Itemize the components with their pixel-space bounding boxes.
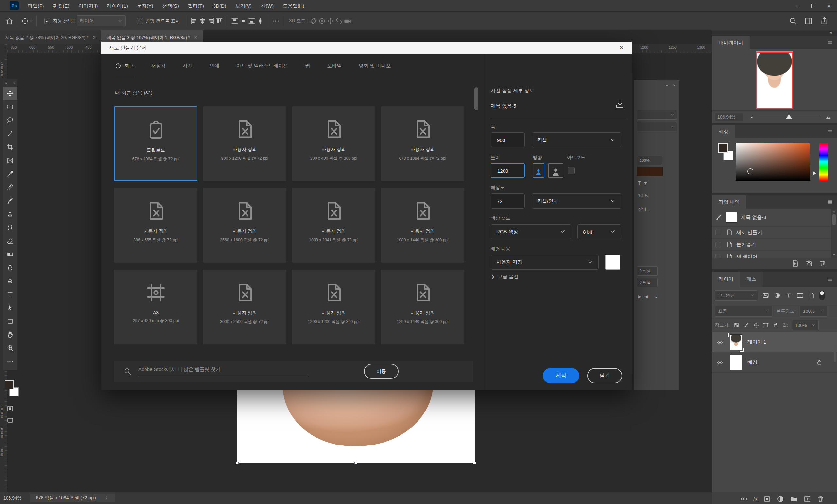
tab-color[interactable]: 색상: [712, 125, 735, 138]
zoom-tool[interactable]: [3, 341, 17, 355]
filter-toggle-pin[interactable]: [819, 291, 824, 300]
align-left-icon[interactable]: [190, 17, 198, 25]
resolution-unit-select[interactable]: 픽셀/인치: [532, 194, 621, 209]
document-name-field[interactable]: 제목 없음-5: [491, 103, 516, 109]
align-right-icon[interactable]: [207, 17, 215, 25]
artboard-checkbox[interactable]: [568, 167, 575, 174]
blur-tool[interactable]: [3, 261, 17, 274]
transform-handle-bottom-left[interactable]: [236, 462, 239, 465]
dialog-tab-4[interactable]: 인쇄: [210, 54, 219, 77]
move-tool[interactable]: [3, 87, 17, 100]
auto-select-checkbox[interactable]: [44, 18, 50, 24]
preset-card-2[interactable]: 사용자 정의900 x 1200 픽셀 @ 72 ppi: [203, 106, 286, 181]
menu-4[interactable]: 문자(Y): [132, 0, 158, 12]
quick-mask-icon[interactable]: [5, 404, 15, 413]
preset-card-8[interactable]: 사용자 정의1080 x 1440 픽셀 @ 300 ppi: [381, 188, 464, 263]
close-tab-icon[interactable]: ✕: [194, 35, 197, 40]
status-zoom-field[interactable]: 106.94%: [3, 496, 21, 501]
screen-mode-icon[interactable]: [5, 416, 15, 424]
filter-type-icon[interactable]: [785, 292, 792, 299]
fill-field[interactable]: 100%: [792, 320, 819, 330]
color-field-cursor[interactable]: [747, 168, 753, 174]
eraser-tool[interactable]: [3, 234, 17, 248]
width-input[interactable]: 900: [491, 132, 525, 147]
layer-row-2[interactable]: 배경: [712, 352, 837, 373]
navigator-preview-thumbnail[interactable]: [756, 52, 793, 109]
distribute-hcenter-icon[interactable]: [256, 17, 265, 25]
properties-opacity-field[interactable]: 100%: [637, 156, 662, 165]
menu-5[interactable]: 선택(S): [158, 0, 183, 12]
preset-card-9[interactable]: A3297 x 420 mm @ 300 ppi: [114, 270, 197, 344]
layer-thumbnail[interactable]: [730, 335, 742, 350]
dialog-tab-6[interactable]: 웹: [305, 54, 310, 77]
collapse-panel-icon[interactable]: »: [5, 81, 7, 85]
more-tools[interactable]: [3, 355, 17, 368]
lock-artboard-icon[interactable]: [763, 322, 769, 328]
panel-menu-icon[interactable]: [826, 199, 833, 204]
tab-history[interactable]: 작업 내역: [712, 196, 746, 209]
advanced-options-toggle[interactable]: ❯ 고급 옵션: [491, 274, 519, 280]
chevron-down-icon[interactable]: [29, 19, 33, 23]
preset-card-5[interactable]: 사용자 정의386 x 555 픽셀 @ 72 ppi: [114, 188, 197, 263]
close-tab-icon[interactable]: ✕: [92, 35, 96, 40]
create-button[interactable]: 제작: [543, 368, 580, 383]
scrollbar-thumb[interactable]: [833, 214, 836, 225]
new-doc-from-state-icon[interactable]: [791, 259, 799, 267]
hand-tool[interactable]: [3, 328, 17, 341]
distribute-top-icon[interactable]: [231, 17, 239, 25]
foreground-color-swatch[interactable]: [718, 143, 728, 153]
scroll-down-icon[interactable]: ▼: [833, 253, 836, 256]
share-icon[interactable]: [820, 17, 829, 25]
history-brush-source-icon[interactable]: [715, 213, 723, 221]
preset-card-6[interactable]: 사용자 정의2560 x 1600 픽셀 @ 72 ppi: [203, 188, 286, 263]
color-mode-select[interactable]: RGB 색상: [491, 224, 571, 239]
menu-10[interactable]: 도움말(H): [278, 0, 309, 12]
panel-menu-icon[interactable]: [826, 129, 833, 134]
preset-card-4[interactable]: 사용자 정의678 x 1084 픽셀 @ 72 ppi: [381, 106, 464, 181]
menu-7[interactable]: 3D(D): [209, 0, 231, 12]
eyedropper-tool[interactable]: [3, 167, 17, 180]
marquee-tool[interactable]: [3, 100, 17, 113]
dialog-tab-7[interactable]: 모바일: [327, 54, 342, 77]
filter-shape-icon[interactable]: [797, 292, 804, 299]
preset-card-1[interactable]: 클립보드678 x 1084 픽셀 @ 72 ppi: [114, 106, 197, 181]
filter-pixel-layers-icon[interactable]: [762, 292, 769, 299]
distribute-vcenter-icon[interactable]: [239, 17, 248, 25]
history-state-row[interactable]: 붙여넣기: [712, 239, 837, 251]
background-select[interactable]: 사용자 지정: [491, 255, 599, 270]
menu-0[interactable]: 파일(F): [23, 0, 48, 12]
blend-mode-dropdown[interactable]: 표준: [715, 306, 772, 317]
menu-3[interactable]: 레이어(L): [102, 0, 132, 12]
properties-px-field[interactable]: 0 픽셀: [637, 278, 658, 287]
stamp-tool[interactable]: [3, 207, 17, 221]
history-snapshot-row[interactable]: 제목 없음-3: [712, 209, 837, 227]
dialog-tab-5[interactable]: 아트 및 일러스트레이션: [236, 54, 288, 77]
new-group-folder-icon[interactable]: [790, 495, 798, 503]
slider-thumb[interactable]: [786, 114, 792, 119]
properties-px-field[interactable]: 0 픽셀: [637, 266, 658, 275]
properties-color-swatch[interactable]: [637, 167, 663, 177]
history-state-row[interactable]: 새로 만들기: [712, 227, 837, 239]
menu-2[interactable]: 이미지(I): [74, 0, 102, 12]
auto-select-dropdown[interactable]: 레이어: [76, 15, 126, 26]
delete-state-trash-icon[interactable]: [819, 259, 826, 267]
transform-handle-bottom-center[interactable]: [354, 462, 357, 465]
opacity-field[interactable]: 100%: [800, 306, 827, 317]
layers-scrollbar-thumb[interactable]: [834, 346, 836, 362]
panel-menu-icon[interactable]: [826, 40, 833, 45]
navigator-zoom-slider[interactable]: [759, 117, 821, 117]
lock-transparent-icon[interactable]: [733, 322, 740, 328]
maximize-button[interactable]: [806, 0, 821, 12]
tab-paths[interactable]: 패스: [740, 272, 763, 287]
new-layer-icon[interactable]: [803, 495, 811, 503]
home-icon[interactable]: [5, 17, 14, 25]
healing-tool[interactable]: [3, 180, 17, 194]
history-state-row[interactable]: 새 레이어: [712, 251, 837, 257]
foreground-color-swatch[interactable]: [4, 380, 14, 389]
layer-filter-search[interactable]: 종류: [715, 290, 758, 301]
dialog-scrollbar-thumb[interactable]: [475, 87, 478, 110]
distribute-bottom-icon[interactable]: [248, 17, 256, 25]
zoom-out-mountain-icon[interactable]: [749, 114, 755, 120]
transform-controls-checkbox[interactable]: [137, 18, 143, 24]
preset-card-12[interactable]: 사용자 정의1299 x 1440 픽셀 @ 300 ppi: [381, 270, 464, 344]
